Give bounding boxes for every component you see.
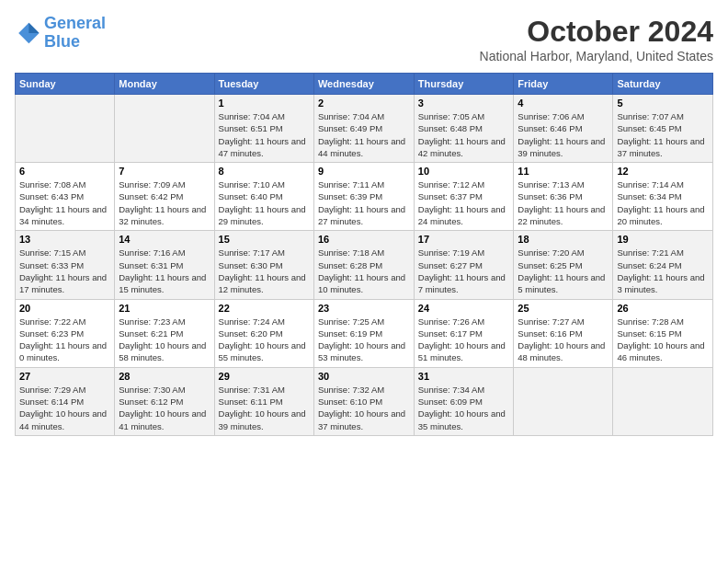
sunrise-text: Sunrise: 7:12 AM: [418, 179, 484, 190]
calendar-cell: 7 Sunrise: 7:09 AM Sunset: 6:42 PM Dayli…: [115, 163, 214, 231]
sunset-text: Sunset: 6:49 PM: [318, 123, 382, 133]
daylight-text: Daylight: 11 hours and 29 minutes.: [219, 204, 306, 226]
calendar-cell: 6 Sunrise: 7:08 AM Sunset: 6:43 PM Dayli…: [16, 163, 115, 231]
daylight-text: Daylight: 10 hours and 55 minutes.: [219, 340, 306, 362]
daylight-text: Daylight: 10 hours and 44 minutes.: [19, 408, 107, 431]
day-number: 24: [418, 303, 510, 314]
day-number: 5: [617, 98, 709, 109]
sunset-text: Sunset: 6:09 PM: [418, 396, 483, 407]
sunset-text: Sunset: 6:34 PM: [617, 191, 681, 201]
sunrise-text: Sunrise: 7:22 AM: [19, 316, 85, 327]
day-number: 21: [119, 303, 210, 314]
day-info: Sunrise: 7:07 AM Sunset: 6:45 PM Dayligh…: [617, 110, 709, 159]
day-info: Sunrise: 7:14 AM Sunset: 6:34 PM Dayligh…: [617, 178, 709, 227]
day-number: 22: [219, 303, 310, 314]
sunset-text: Sunset: 6:31 PM: [119, 260, 183, 270]
calendar-cell: [613, 367, 713, 435]
day-info: Sunrise: 7:34 AM Sunset: 6:09 PM Dayligh…: [418, 384, 510, 432]
daylight-text: Daylight: 10 hours and 46 minutes.: [617, 340, 704, 362]
daylight-text: Daylight: 10 hours and 37 minutes.: [318, 408, 405, 431]
sunrise-text: Sunrise: 7:32 AM: [318, 385, 384, 395]
day-number: 8: [219, 166, 310, 177]
day-of-week-header: Sunday: [16, 74, 115, 95]
sunset-text: Sunset: 6:14 PM: [19, 396, 84, 407]
sunset-text: Sunset: 6:46 PM: [518, 123, 582, 133]
daylight-text: Daylight: 11 hours and 0 minutes.: [19, 340, 107, 362]
sunset-text: Sunset: 6:15 PM: [617, 328, 681, 339]
day-of-week-header: Monday: [115, 74, 214, 95]
day-of-week-header: Friday: [514, 74, 613, 95]
day-info: Sunrise: 7:15 AM Sunset: 6:33 PM Dayligh…: [19, 247, 110, 295]
day-number: 2: [318, 98, 410, 109]
daylight-text: Daylight: 11 hours and 34 minutes.: [19, 204, 107, 226]
sunrise-text: Sunrise: 7:05 AM: [418, 111, 484, 121]
sunrise-text: Sunrise: 7:23 AM: [119, 316, 185, 327]
daylight-text: Daylight: 10 hours and 51 minutes.: [418, 340, 506, 362]
day-number: 26: [617, 303, 709, 314]
daylight-text: Daylight: 11 hours and 3 minutes.: [617, 272, 704, 294]
calendar-week-row: 1 Sunrise: 7:04 AM Sunset: 6:51 PM Dayli…: [16, 95, 713, 163]
sunset-text: Sunset: 6:10 PM: [318, 396, 382, 407]
calendar-cell: 3 Sunrise: 7:05 AM Sunset: 6:48 PM Dayli…: [414, 95, 514, 163]
daylight-text: Daylight: 11 hours and 17 minutes.: [19, 272, 107, 294]
day-info: Sunrise: 7:25 AM Sunset: 6:19 PM Dayligh…: [318, 316, 410, 364]
day-number: 28: [119, 371, 210, 382]
sunrise-text: Sunrise: 7:17 AM: [219, 247, 285, 258]
calendar-cell: 2 Sunrise: 7:04 AM Sunset: 6:49 PM Dayli…: [313, 95, 414, 163]
daylight-text: Daylight: 10 hours and 35 minutes.: [418, 408, 506, 431]
day-number: 12: [617, 166, 709, 177]
day-number: 4: [518, 98, 609, 109]
day-number: 3: [418, 98, 510, 109]
sunrise-text: Sunrise: 7:08 AM: [19, 179, 85, 190]
calendar-cell: 13 Sunrise: 7:15 AM Sunset: 6:33 PM Dayl…: [16, 231, 115, 299]
sunset-text: Sunset: 6:42 PM: [119, 191, 183, 201]
sunrise-text: Sunrise: 7:26 AM: [418, 316, 484, 327]
day-info: Sunrise: 7:06 AM Sunset: 6:46 PM Dayligh…: [518, 110, 609, 159]
day-number: 10: [418, 166, 510, 177]
sunrise-text: Sunrise: 7:06 AM: [518, 111, 584, 121]
day-info: Sunrise: 7:30 AM Sunset: 6:12 PM Dayligh…: [119, 384, 210, 432]
day-info: Sunrise: 7:23 AM Sunset: 6:21 PM Dayligh…: [119, 316, 210, 364]
calendar-cell: 8 Sunrise: 7:10 AM Sunset: 6:40 PM Dayli…: [214, 163, 313, 231]
day-info: Sunrise: 7:27 AM Sunset: 6:16 PM Dayligh…: [518, 316, 609, 364]
sunset-text: Sunset: 6:36 PM: [518, 191, 582, 201]
daylight-text: Daylight: 11 hours and 37 minutes.: [617, 136, 704, 158]
sunset-text: Sunset: 6:16 PM: [518, 328, 582, 339]
calendar-cell: 22 Sunrise: 7:24 AM Sunset: 6:20 PM Dayl…: [214, 299, 313, 367]
calendar-cell: 29 Sunrise: 7:31 AM Sunset: 6:11 PM Dayl…: [214, 367, 313, 435]
day-number: 23: [318, 303, 410, 314]
sunrise-text: Sunrise: 7:10 AM: [219, 179, 285, 190]
location: National Harbor, Maryland, United States: [480, 49, 713, 63]
logo-line2: Blue: [44, 33, 106, 52]
sunset-text: Sunset: 6:19 PM: [318, 328, 382, 339]
calendar-cell: 31 Sunrise: 7:34 AM Sunset: 6:09 PM Dayl…: [414, 367, 514, 435]
daylight-text: Daylight: 10 hours and 48 minutes.: [518, 340, 605, 362]
calendar-cell: 15 Sunrise: 7:17 AM Sunset: 6:30 PM Dayl…: [214, 231, 313, 299]
sunrise-text: Sunrise: 7:19 AM: [418, 247, 484, 258]
day-info: Sunrise: 7:04 AM Sunset: 6:51 PM Dayligh…: [219, 110, 310, 159]
day-info: Sunrise: 7:11 AM Sunset: 6:39 PM Dayligh…: [318, 178, 410, 227]
daylight-text: Daylight: 11 hours and 47 minutes.: [219, 136, 306, 158]
day-info: Sunrise: 7:16 AM Sunset: 6:31 PM Dayligh…: [119, 247, 210, 295]
sunrise-text: Sunrise: 7:21 AM: [617, 247, 683, 258]
sunset-text: Sunset: 6:23 PM: [19, 328, 84, 339]
header-row: SundayMondayTuesdayWednesdayThursdayFrid…: [16, 74, 713, 95]
daylight-text: Daylight: 10 hours and 53 minutes.: [318, 340, 405, 362]
logo-line1: General: [44, 14, 106, 32]
day-info: Sunrise: 7:21 AM Sunset: 6:24 PM Dayligh…: [617, 247, 709, 295]
page-header: General Blue October 2024 National Harbo…: [15, 15, 713, 63]
sunrise-text: Sunrise: 7:09 AM: [119, 179, 185, 190]
calendar-header: SundayMondayTuesdayWednesdayThursdayFrid…: [16, 74, 713, 95]
daylight-text: Daylight: 11 hours and 5 minutes.: [518, 272, 605, 294]
sunrise-text: Sunrise: 7:18 AM: [318, 247, 384, 258]
sunrise-text: Sunrise: 7:30 AM: [119, 385, 185, 395]
daylight-text: Daylight: 11 hours and 10 minutes.: [318, 272, 405, 294]
sunrise-text: Sunrise: 7:15 AM: [19, 247, 85, 258]
day-number: 17: [418, 234, 510, 245]
calendar-cell: 9 Sunrise: 7:11 AM Sunset: 6:39 PM Dayli…: [313, 163, 414, 231]
day-info: Sunrise: 7:17 AM Sunset: 6:30 PM Dayligh…: [219, 247, 310, 295]
calendar-cell: 17 Sunrise: 7:19 AM Sunset: 6:27 PM Dayl…: [414, 231, 514, 299]
daylight-text: Daylight: 11 hours and 7 minutes.: [418, 272, 506, 294]
day-number: 6: [19, 166, 110, 177]
day-number: 11: [518, 166, 609, 177]
